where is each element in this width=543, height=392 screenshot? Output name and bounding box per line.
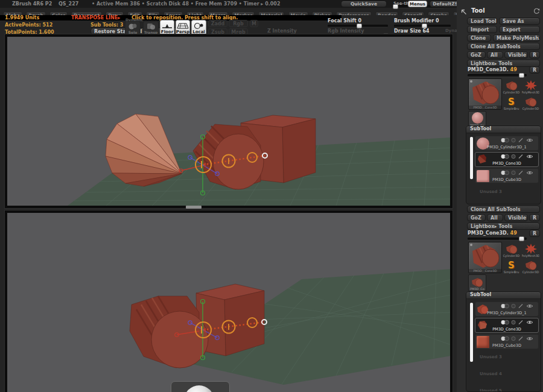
transpose-line-label: TRANSPOSE LINE▸ [71, 15, 120, 21]
brush-modifier-slider[interactable] [394, 25, 451, 27]
clone-all-subtools-button[interactable]: Clone All SubTools [467, 43, 540, 50]
export-button[interactable]: Export [499, 26, 540, 33]
zadd-button[interactable]: Zadd [208, 20, 227, 27]
menus-toggle-button[interactable]: Menus [408, 1, 427, 7]
save-as-button[interactable]: Save As [499, 17, 540, 25]
recent-tool-cylinder3d-2[interactable]: Cylinder3D [522, 95, 539, 110]
goz-all-button[interactable]: All [487, 51, 503, 58]
viewport-bottom-scene [7, 213, 450, 392]
brush-modifier-handle[interactable] [422, 24, 427, 28]
lightbox-tools-button[interactable]: Lightbox▸ Tools [467, 223, 540, 230]
goz-button[interactable]: GoZ [467, 214, 486, 221]
clone-button[interactable]: Clone [467, 34, 491, 42]
brush-modifier-label: Brush Modifier 0 [394, 18, 439, 24]
menu-item-stencil[interactable]: Stencil [402, 11, 424, 15]
active-tool-value: 49 [510, 230, 517, 236]
subtool-scrollbar[interactable] [470, 137, 473, 179]
tool-r-button[interactable]: R [529, 230, 540, 237]
subtool-item-cone-selected[interactable]: PM3D_Cone3D [475, 318, 539, 333]
active-tool-slider-handle[interactable] [519, 236, 524, 241]
viewport-top-canvas[interactable] [5, 34, 453, 208]
material-preview[interactable] [171, 381, 230, 392]
persp-button[interactable]: Persp [176, 20, 190, 36]
recent-tool-polymesh3d[interactable]: PolyMesh3D [522, 78, 539, 94]
active-tool-slider[interactable] [468, 74, 527, 77]
cylinder3d-thumb-icon [524, 96, 538, 107]
subtool-header[interactable]: SubTool [466, 126, 541, 133]
subtool-unused-slot: Unused 5 [480, 388, 502, 392]
zbrush-window: { "titlebar": { "app": "ZBrush 4R6 P2", … [0, 0, 543, 392]
active-points-label: ActivePoints: 512 [5, 22, 52, 28]
cone-mesh[interactable] [106, 114, 182, 186]
collapse-palette-icon[interactable] [460, 8, 467, 15]
solo-button[interactable]: Solo [125, 21, 141, 35]
subtool-panel-bottom: SubTool PM3D_Cylinder3D_1 PM3D_Cone3D PM… [466, 291, 541, 392]
subtool-header[interactable]: SubTool [466, 292, 541, 299]
subtool-row-icons[interactable] [500, 138, 536, 143]
subtool-item-cone-selected[interactable]: PM3D_Cone3D [475, 152, 539, 167]
recent-tool-cylinder3d[interactable]: Cylinder3D [503, 78, 520, 94]
import-button[interactable]: Import [467, 26, 497, 33]
subtool-scrollbar[interactable] [470, 303, 473, 362]
subtool-row-icons[interactable] [500, 336, 536, 341]
subtool-item-cube[interactable]: PM3D_Cube3D [475, 168, 539, 183]
subtool-row-icons[interactable] [500, 303, 536, 309]
floor-icon [162, 22, 173, 30]
local-button[interactable]: Local [191, 20, 206, 36]
goz-visible-button[interactable]: Visible [504, 214, 528, 221]
viewport-bottom-canvas[interactable] [5, 210, 453, 392]
viewport-top-scene [7, 37, 450, 206]
subtool-unused-slot: Unused 3 [480, 189, 502, 194]
restore-config-icon[interactable] [533, 8, 540, 14]
make-polymesh3d-button[interactable]: Make PolyMesh3D [493, 34, 540, 42]
recent-tool-cylinder3d[interactable]: Cylinder3D [503, 242, 520, 258]
cylinder3d-thumb-icon [471, 277, 484, 287]
subtool-unused-slot: Unused 4 [480, 371, 502, 376]
clone-all-subtools-button[interactable]: Clone All SubTools [467, 206, 540, 213]
rgb-button[interactable]: Rgb [229, 20, 248, 27]
transp-button[interactable]: Transp [143, 21, 159, 35]
polymesh3d-star-icon [525, 244, 537, 254]
subtool-row-icons[interactable] [500, 154, 536, 159]
cylinder3d-thumb-icon [524, 260, 538, 270]
subtool-item-cylinder[interactable]: PM3D_Cylinder3D_1 [475, 302, 539, 317]
quicksave-button[interactable]: QuickSave [341, 1, 387, 7]
goz-r-button[interactable]: R [529, 214, 540, 221]
active-tool-slider-handle[interactable] [519, 73, 524, 78]
menu-item-render[interactable]: Render [375, 11, 398, 15]
recent-tool-cylinder-small[interactable]: PM3D_Co [468, 274, 486, 291]
recent-tool-polymesh3d[interactable]: PolyMesh3D [522, 242, 539, 258]
tool-palette: Tool Load Tool Save As Import Export Clo… [457, 0, 543, 392]
focal-shift-label: Focal Shift 0 [328, 18, 361, 24]
m-button[interactable]: M [250, 20, 258, 27]
menu-item-stroke[interactable]: Stroke [428, 11, 449, 15]
subtool-row-icons[interactable] [500, 320, 536, 325]
subtool-item-cylinder[interactable]: PM3D_Cylinder3D_1 [475, 136, 539, 151]
tool-r-button[interactable]: R [529, 66, 540, 74]
floor-button[interactable]: Floor [160, 20, 174, 36]
subtool-row-icons[interactable] [500, 170, 536, 175]
goz-button[interactable]: GoZ [467, 51, 486, 58]
lightbox-tools-button[interactable]: Lightbox▸ Tools [467, 60, 540, 67]
material-sphere-icon [184, 385, 214, 392]
viewport-divider-handle[interactable] [186, 206, 202, 209]
goz-all-button[interactable]: All [487, 214, 503, 221]
load-tool-button[interactable]: Load Tool [467, 17, 497, 25]
goz-visible-button[interactable]: Visible [504, 51, 528, 58]
units-label: 1.9949 Units [5, 15, 39, 21]
recent-tool-simplebrush[interactable]: S SimpleBru [503, 258, 520, 274]
focal-shift-handle[interactable] [357, 24, 362, 28]
cone3d-thumb-icon [469, 79, 501, 106]
subtool-item-cube[interactable]: PM3D_Cube3D [475, 334, 539, 349]
current-tool-thumbnail[interactable]: PM3D__Cone3D [468, 78, 502, 110]
active-tool-label: PM3D_Cone3D. 49 [468, 67, 517, 72]
active-tool-slider[interactable] [468, 238, 527, 240]
rgb-intensity-label: Rgb Intensity [328, 28, 364, 34]
recent-tool-cylinder3d-2[interactable]: Cylinder3D [522, 258, 539, 274]
goz-r-button[interactable]: R [529, 51, 540, 58]
solo-icon [128, 23, 138, 30]
current-tool-thumbnail[interactable]: PM3D__Cone3D [468, 242, 502, 273]
local-icon [194, 22, 205, 30]
recent-tool-simplebrush[interactable]: S SimpleBru [503, 95, 520, 110]
focal-shift-slider[interactable] [328, 25, 388, 27]
